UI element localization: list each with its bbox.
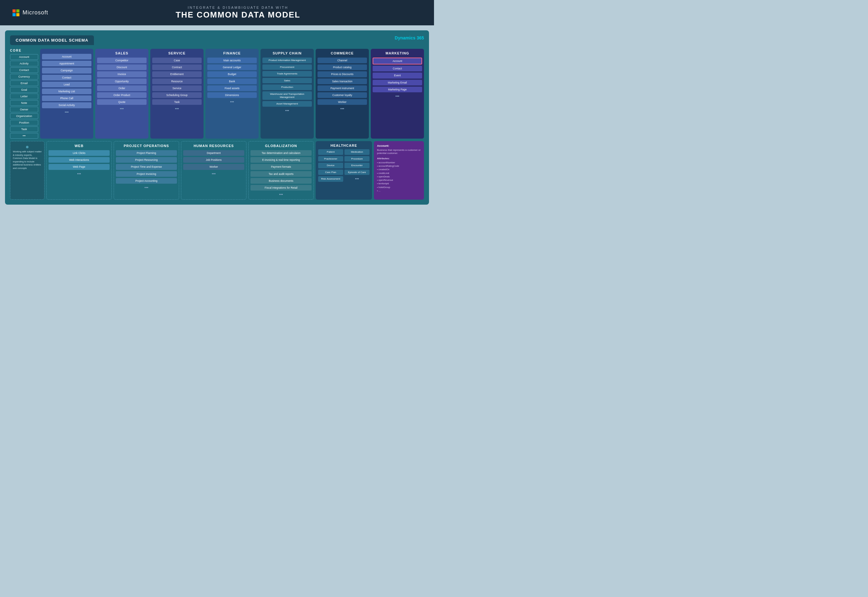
- schema-header: COMMON DATA MODEL SCHEMA Dynamics 365: [10, 36, 424, 45]
- card-item: Care Plan: [318, 169, 343, 175]
- list-item: accountNumber: [377, 161, 421, 164]
- core-label: CORE: [10, 49, 38, 52]
- dots: •••: [250, 192, 311, 197]
- dots: •••: [183, 172, 244, 176]
- list-item: ...: [377, 189, 421, 192]
- card-item: Competitor: [97, 58, 147, 63]
- card-item: Payment formats: [250, 164, 311, 169]
- card-item: Asset Management: [262, 101, 312, 107]
- tooltip-title: Account:: [377, 144, 421, 147]
- healthcare-grid: Patient Medication Practicioner Procedur…: [318, 149, 369, 182]
- card-item: Link Clicks: [49, 150, 110, 156]
- project-ops-column: PROJECT OPERATIONS Project Planning Proj…: [114, 141, 179, 200]
- card-item: Phone Call: [42, 95, 91, 101]
- card-item: Worker: [183, 164, 244, 169]
- core-item: Owner: [10, 107, 38, 112]
- card-item: Fiscal integrations for Retail: [250, 185, 311, 190]
- card-item: Prices & Discounts: [317, 71, 367, 77]
- card-item: General Ledger: [207, 64, 257, 70]
- card-item: Discount: [97, 64, 147, 70]
- dots: •••: [207, 100, 257, 104]
- card-item: Patient: [318, 149, 343, 155]
- common-column: Account Appointment Campaign Contact Lea…: [40, 49, 93, 139]
- card-item: Episode of Care: [344, 169, 369, 175]
- finance-column: FINANCE Main accounts General Ledger Bud…: [205, 49, 259, 139]
- card-item: Contact: [373, 66, 422, 71]
- dynamics-label: Dynamics 365: [395, 36, 424, 40]
- card-item: Production: [262, 85, 312, 90]
- core-item: Contact: [10, 67, 38, 73]
- card-item: Contract: [152, 64, 202, 70]
- card-item: Worker: [317, 99, 367, 105]
- card-item: Social Activity: [42, 102, 91, 108]
- core-item: Account: [10, 54, 38, 60]
- card-item: Account: [42, 54, 91, 59]
- dots: •••: [49, 172, 110, 176]
- card-item: Product Information Management: [262, 58, 312, 63]
- card-item: E-invoicing & real time reporting: [250, 157, 311, 163]
- card-item: Risk Assessment: [318, 176, 343, 182]
- commerce-column: COMMERCE Channel Product catalog Prices …: [316, 49, 369, 139]
- card-item: Dimensions: [207, 92, 257, 98]
- core-item: Activity: [10, 61, 38, 66]
- brand-name: Microsoft: [22, 9, 48, 16]
- card-item: Sales transaction: [317, 79, 367, 84]
- card-item: Main accounts: [207, 58, 257, 63]
- core-item: Letter: [10, 94, 38, 99]
- dots: •••: [344, 177, 369, 182]
- card-item: Event: [373, 73, 422, 78]
- card-item: Quote: [97, 99, 147, 105]
- card-item: Web Interactions: [49, 157, 110, 163]
- web-column: WEB Link Clicks Web Interactions Web Pag…: [46, 141, 112, 200]
- sales-column: SALES Competitor Discount Invoice Opport…: [95, 49, 149, 139]
- dots: •••: [97, 107, 147, 111]
- globalization-header: GLOBALIZATION: [250, 144, 311, 148]
- dots: •••: [373, 94, 422, 98]
- list-item: hotelGroup: [377, 186, 421, 189]
- card-item: Opportunity: [97, 79, 147, 84]
- core-items: Account Activity Contact Currency Email …: [10, 54, 38, 139]
- dots: •••: [152, 107, 202, 111]
- card-item: Tax and audit reports: [250, 171, 311, 177]
- card-item: Procurement: [262, 64, 312, 70]
- card-item: Project Time and Expense: [116, 164, 177, 169]
- list-item: openRevenue: [377, 178, 421, 182]
- card-item: Encounter: [344, 163, 369, 168]
- card-item: Bank: [207, 79, 257, 84]
- card-item: Fixed assets: [207, 85, 257, 91]
- card-item: Project Planning: [116, 150, 177, 156]
- card-item: Job Positions: [183, 157, 244, 163]
- card-item: Marketing Page: [373, 87, 422, 92]
- top-row: CORE Account Activity Contact Currency E…: [10, 49, 424, 139]
- microsoft-logo: [12, 9, 19, 16]
- main-container: COMMON DATA MODEL SCHEMA Dynamics 365 CO…: [5, 30, 429, 205]
- header-title-section: INTEGRATE & DISAMBIGUATE DATA WITH THE C…: [55, 6, 421, 20]
- marketing-header: MARKETING: [373, 51, 422, 55]
- card-item: Appointment: [42, 61, 91, 66]
- card-item: Device: [318, 163, 343, 168]
- project-ops-header: PROJECT OPERATIONS: [116, 144, 177, 148]
- core-item: Task: [10, 126, 38, 132]
- card-item: Trade Agreements: [262, 71, 312, 77]
- commerce-header: COMMERCE: [317, 51, 367, 55]
- card-item: Case: [152, 58, 202, 63]
- dots: •••: [116, 186, 177, 190]
- tooltip-description: Business that represents a customer or p…: [377, 149, 421, 155]
- sales-header: SALES: [97, 51, 147, 55]
- core-item: Goal: [10, 87, 38, 93]
- card-item: Service: [152, 85, 202, 91]
- hr-column: HUMAN RESOURCES Department Job Positions…: [181, 141, 246, 200]
- marketing-column: MARKETING Account Contact Event Marketin…: [371, 49, 424, 139]
- healthcare-header: HEALTHCARE: [318, 144, 369, 147]
- card-item: Resource: [152, 79, 202, 84]
- list-item: createdOn: [377, 168, 421, 171]
- healthcare-section: HEALTHCARE Patient Medication Practicion…: [316, 141, 372, 200]
- card-item: Project Accounting: [116, 178, 177, 184]
- core-item: Email: [10, 80, 38, 86]
- card-item: Web Page: [49, 164, 110, 169]
- card-item: Channel: [317, 58, 367, 63]
- core-section: CORE Account Activity Contact Currency E…: [10, 49, 38, 139]
- bottom-row: Working with subject matter & industry e…: [10, 141, 424, 200]
- service-header: SERVICE: [152, 51, 202, 55]
- dots: •••: [317, 107, 367, 111]
